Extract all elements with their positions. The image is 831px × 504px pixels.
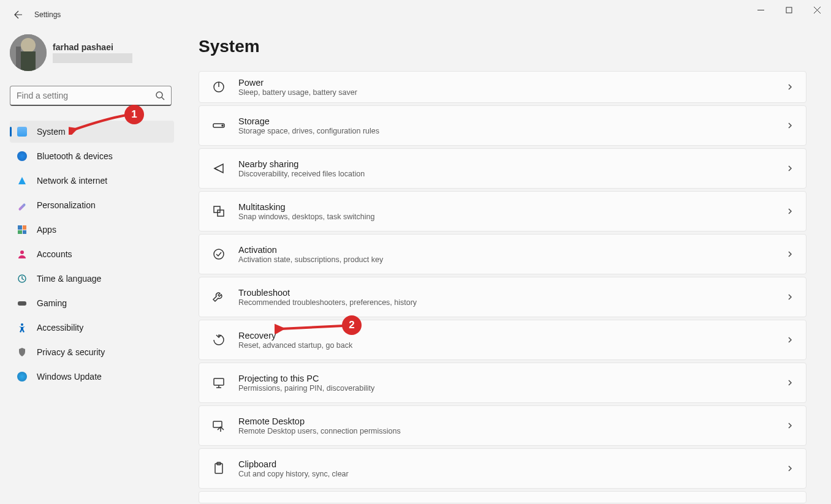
remote-desktop-icon	[211, 418, 226, 433]
sidebar-item-privacy[interactable]: Privacy & security	[10, 341, 174, 363]
sidebar-item-gaming[interactable]: Gaming	[10, 292, 174, 314]
minimize-icon	[757, 7, 764, 13]
setting-title: Projecting to this PC	[238, 374, 786, 383]
setting-storage[interactable]: StorageStorage space, drives, configurat…	[199, 105, 806, 146]
profile-email-placeholder	[53, 53, 132, 63]
chevron-right-icon	[786, 165, 794, 172]
setting-title: Power	[238, 78, 786, 88]
setting-activation[interactable]: ActivationActivation state, subscription…	[199, 234, 806, 274]
personalization-icon	[17, 200, 27, 210]
system-icon	[17, 127, 27, 137]
sidebar-item-network[interactable]: Network & internet	[10, 170, 174, 192]
sidebar-item-update[interactable]: Windows Update	[10, 366, 174, 388]
main-content: System PowerSleep, battery usage, batter…	[184, 29, 831, 504]
setting-power[interactable]: PowerSleep, battery usage, battery saver	[199, 71, 806, 103]
svg-rect-12	[18, 301, 26, 306]
sidebar-label: Apps	[37, 225, 56, 235]
setting-title: Remote Desktop	[238, 416, 786, 426]
sidebar-label: Privacy & security	[37, 347, 105, 357]
setting-title: Clipboard	[238, 459, 786, 469]
sidebar: farhad pashaei System Bluetooth & device…	[0, 29, 184, 504]
sidebar-label: Bluetooth & devices	[37, 151, 113, 161]
setting-title: Storage	[238, 116, 786, 126]
maximize-icon	[786, 7, 792, 13]
profile-name: farhad pashaei	[53, 42, 132, 52]
nearby-sharing-icon	[211, 161, 226, 176]
titlebar: Settings	[0, 0, 831, 29]
setting-troubleshoot[interactable]: TroubleshootRecommended troubleshooters,…	[199, 277, 806, 317]
sidebar-label: Accounts	[37, 249, 72, 259]
sidebar-item-apps[interactable]: Apps	[10, 219, 174, 241]
svg-rect-5	[16, 47, 21, 71]
setting-multitasking[interactable]: MultitaskingSnap windows, desktops, task…	[199, 191, 806, 231]
multitasking-icon	[211, 204, 226, 219]
svg-rect-21	[214, 378, 224, 385]
setting-card-partial[interactable]	[199, 491, 806, 503]
setting-projecting[interactable]: Projecting to this PCPermissions, pairin…	[199, 363, 806, 403]
svg-rect-18	[214, 206, 220, 213]
svg-point-6	[21, 38, 36, 53]
sidebar-item-accessibility[interactable]: Accessibility	[10, 317, 174, 339]
chevron-right-icon	[786, 293, 794, 301]
svg-point-17	[222, 125, 223, 126]
setting-title: Multitasking	[238, 202, 786, 212]
clipboard-icon	[211, 461, 226, 476]
privacy-icon	[17, 347, 27, 357]
setting-sub: Remote Desktop users, connection permiss…	[238, 427, 786, 435]
svg-rect-1	[786, 7, 792, 13]
setting-title: Troubleshoot	[238, 288, 786, 298]
sidebar-item-bluetooth[interactable]: Bluetooth & devices	[10, 145, 174, 167]
chevron-right-icon	[786, 83, 794, 91]
search-icon	[155, 91, 165, 100]
bluetooth-icon	[17, 151, 27, 161]
page-title: System	[199, 37, 806, 56]
setting-remote-desktop[interactable]: Remote DesktopRemote Desktop users, conn…	[199, 405, 806, 446]
svg-point-8	[156, 92, 162, 98]
storage-icon	[211, 118, 226, 133]
annotation-badge-1: 1	[124, 105, 144, 124]
svg-rect-7	[21, 51, 36, 71]
setting-title: Activation	[238, 245, 786, 255]
search-input[interactable]	[17, 91, 155, 100]
troubleshoot-icon	[211, 290, 226, 304]
svg-point-10	[20, 250, 24, 254]
sidebar-label: Gaming	[37, 298, 67, 308]
setting-title: Nearby sharing	[238, 159, 786, 169]
update-icon	[17, 372, 27, 382]
time-language-icon	[17, 274, 27, 284]
setting-nearby-sharing[interactable]: Nearby sharingDiscoverability, received …	[199, 148, 806, 189]
setting-sub: Activation state, subscriptions, product…	[238, 255, 786, 264]
annotation-arrow-2	[275, 322, 345, 334]
minimize-button[interactable]	[746, 0, 775, 20]
avatar	[10, 34, 47, 71]
gaming-icon	[17, 298, 27, 308]
search-box[interactable]	[10, 86, 172, 106]
setting-sub: Storage space, drives, configuration rul…	[238, 127, 786, 135]
sidebar-item-time[interactable]: Time & language	[10, 268, 174, 290]
back-button[interactable]	[7, 4, 29, 26]
sidebar-item-personalization[interactable]: Personalization	[10, 194, 174, 216]
svg-rect-19	[218, 210, 224, 216]
chevron-right-icon	[786, 208, 794, 215]
sidebar-label: Windows Update	[37, 372, 102, 382]
sidebar-label: System	[37, 127, 66, 137]
power-icon	[211, 80, 226, 94]
apps-icon	[17, 225, 27, 235]
setting-sub: Discoverability, received files location	[238, 170, 786, 178]
profile-block[interactable]: farhad pashaei	[10, 34, 184, 71]
svg-line-9	[162, 97, 164, 100]
window-title: Settings	[34, 10, 61, 19]
chevron-right-icon	[786, 336, 794, 344]
close-icon	[814, 7, 821, 13]
maximize-button[interactable]	[775, 0, 803, 20]
chevron-right-icon	[786, 250, 794, 258]
close-button[interactable]	[803, 0, 831, 20]
setting-sub: Reset, advanced startup, go back	[238, 341, 786, 350]
setting-sub: Recommended troubleshooters, preferences…	[238, 298, 786, 307]
network-icon	[17, 176, 27, 186]
setting-clipboard[interactable]: ClipboardCut and copy history, sync, cle…	[199, 448, 806, 489]
setting-sub: Cut and copy history, sync, clear	[238, 470, 786, 478]
window-controls	[746, 0, 831, 20]
sidebar-item-accounts[interactable]: Accounts	[10, 243, 174, 265]
accounts-icon	[17, 249, 27, 259]
